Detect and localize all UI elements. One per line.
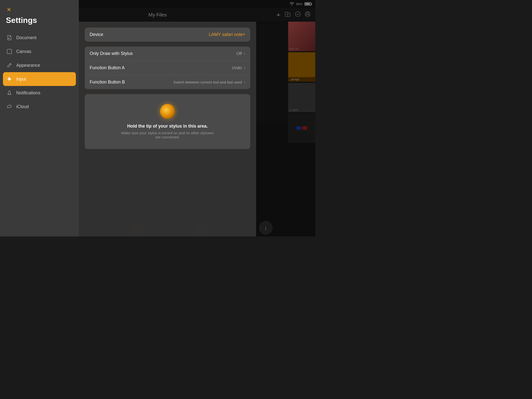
canvas-label: Canvas xyxy=(16,49,31,54)
settings-header: ✕ Settings xyxy=(0,0,79,29)
settings-menu-item-appearance[interactable]: Appearance xyxy=(0,58,79,72)
settings-close-button[interactable]: ✕ xyxy=(5,6,13,14)
device-value: LAMY safari note+ xyxy=(209,32,245,37)
settings-menu-item-input[interactable]: Input xyxy=(3,72,76,86)
func-a-chevron: › xyxy=(244,65,245,70)
options-group: Only Draw with Stylus Off › Function But… xyxy=(85,47,250,89)
icloud-icon xyxy=(6,103,13,110)
settings-overlay: ✕ Settings Document xyxy=(0,0,315,236)
settings-menu-item-notifications[interactable]: Notifications xyxy=(0,86,79,100)
option-row-func-b[interactable]: Function Button B Switch between current… xyxy=(85,75,250,89)
only-draw-chevron: › xyxy=(244,51,245,56)
func-a-value: Undo › xyxy=(232,65,245,70)
only-draw-label: Only Draw with Stylus xyxy=(90,51,133,56)
settings-title: Settings xyxy=(6,16,73,25)
stylus-indicator xyxy=(160,104,175,119)
only-draw-value: Off › xyxy=(236,51,245,56)
settings-menu-item-document[interactable]: Document xyxy=(0,31,79,45)
func-b-label: Function Button B xyxy=(90,80,125,85)
settings-menu-item-canvas[interactable]: Canvas xyxy=(0,45,79,58)
notifications-icon xyxy=(6,89,13,96)
option-row-only-draw[interactable]: Only Draw with Stylus Off › xyxy=(85,47,250,61)
func-a-label: Function Button A xyxy=(90,65,125,70)
func-b-chevron: › xyxy=(244,80,245,85)
device-row: Device LAMY safari note+ xyxy=(85,28,250,42)
appearance-icon xyxy=(6,62,13,69)
settings-panel: ✕ Settings Document xyxy=(0,0,79,236)
icloud-label: iCloud xyxy=(16,104,29,109)
canvas-icon xyxy=(6,48,13,55)
func-b-value: Switch between current tool and last use… xyxy=(173,80,245,85)
stylus-hint-main: Hold the tip of your stylus in this area… xyxy=(127,124,208,129)
appearance-label: Appearance xyxy=(16,63,40,68)
input-icon xyxy=(6,76,13,83)
stylus-detection-area[interactable]: Hold the tip of your stylus in this area… xyxy=(85,94,250,149)
document-icon xyxy=(6,34,13,41)
stylus-hint-sub: Make sure your stylus is turned on and n… xyxy=(118,131,217,139)
input-label: Input xyxy=(16,77,26,82)
device-label: Device xyxy=(90,32,103,37)
settings-menu-item-icloud[interactable]: iCloud xyxy=(0,100,79,114)
svg-rect-10 xyxy=(7,49,12,54)
document-label: Document xyxy=(16,35,36,40)
notifications-label: Notifications xyxy=(16,90,40,96)
settings-content: Device LAMY safari note+ Only Draw with … xyxy=(79,22,256,236)
settings-menu: Document Canvas Appea xyxy=(0,29,79,116)
option-row-func-a[interactable]: Function Button A Undo › xyxy=(85,61,250,75)
